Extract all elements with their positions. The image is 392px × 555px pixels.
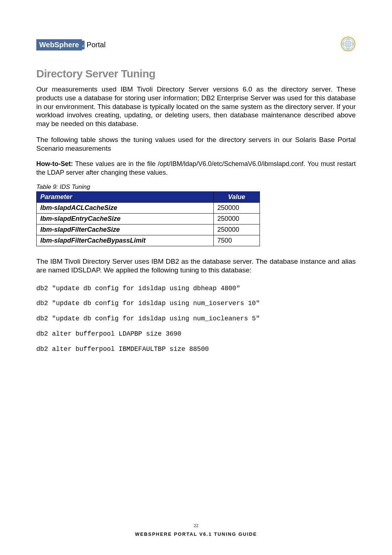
table-row: Ibm-slapdFilterCacheSize 250000 [37, 224, 260, 235]
guide-title: WEBSPHERE PORTAL V6.1 TUNING GUIDE [135, 531, 257, 537]
how-to-set-text: These values are in the file /opt/IBM/ld… [36, 160, 356, 176]
table-caption: Table 9: IDS Tuning [36, 183, 356, 191]
cell-value: 7500 [213, 235, 260, 246]
db2-command: db2 alter bufferpool LDAPBP size 3690 [36, 327, 356, 341]
brand-right: Portal [85, 41, 106, 49]
section-title: Directory Server Tuning [36, 68, 356, 80]
cell-param: Ibm-slapdFilterCacheSize [37, 224, 214, 235]
table-header-row: Parameter Value [37, 192, 260, 203]
globe-icon [340, 36, 356, 53]
how-to-set: How-to-Set: These values are in the file… [36, 160, 356, 177]
db2-command: db2 "update db config for idsldap using … [36, 297, 356, 311]
page-header: WebSphere® Portal [36, 36, 356, 53]
cell-param: Ibm-slapdFilterCacheBypassLimit [37, 235, 214, 246]
page-number: 22 [0, 523, 392, 528]
brand-left: WebSphere [36, 39, 82, 50]
table-row: Ibm-slapdEntryCacheSize 250000 [37, 214, 260, 224]
cell-value: 250000 [213, 214, 260, 224]
col-header-value: Value [213, 192, 260, 203]
how-to-set-label: How-to-Set: [36, 160, 73, 167]
db2-command: db2 "update db config for idsldap using … [36, 282, 356, 296]
table-row: Ibm-slapdFilterCacheBypassLimit 7500 [37, 235, 260, 246]
page-footer: 22 WEBSPHERE PORTAL V6.1 TUNING GUIDE [0, 523, 392, 537]
table-row: Ibm-slapdACLCacheSize 250000 [37, 203, 260, 214]
cell-value: 250000 [213, 203, 260, 214]
intro-paragraph-1: Our measurements used IBM Tivoli Directo… [36, 85, 356, 128]
intro-paragraph-2: The following table shows the tuning val… [36, 135, 356, 153]
cell-value: 250000 [213, 224, 260, 235]
col-header-parameter: Parameter [37, 192, 214, 203]
cell-param: Ibm-slapdACLCacheSize [37, 203, 214, 214]
cell-param: Ibm-slapdEntryCacheSize [37, 214, 214, 224]
db2-paragraph: The IBM Tivoli Directory Server uses IBM… [36, 257, 356, 275]
brand-registered: ® [82, 41, 85, 49]
websphere-logo: WebSphere® Portal [36, 39, 106, 50]
ids-tuning-table: Parameter Value Ibm-slapdACLCacheSize 25… [36, 191, 260, 246]
db2-command: db2 alter bufferpool IBMDEFAULTBP size 8… [36, 343, 356, 356]
db2-command: db2 "update db config for idsldap using … [36, 312, 356, 326]
